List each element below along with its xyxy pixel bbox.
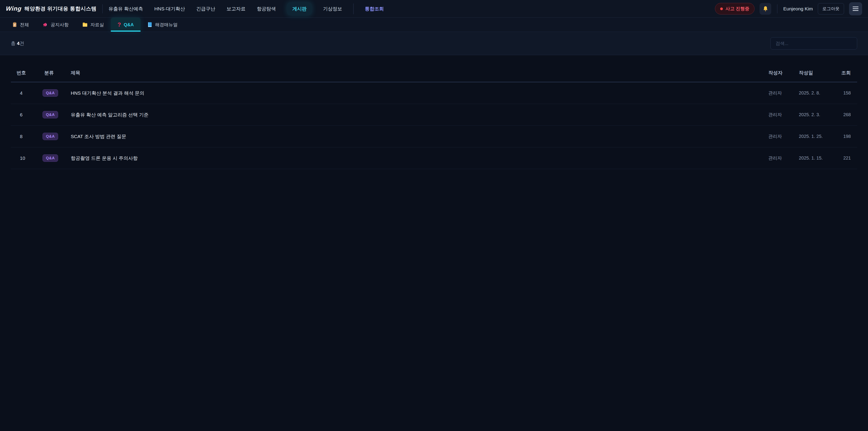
column-header-category: 분류 xyxy=(42,63,71,82)
column-header-author: 작성자 xyxy=(768,63,799,82)
tab-resources-label: 자료실 xyxy=(90,22,104,28)
tab-qna-active[interactable]: ? Q&A xyxy=(111,18,141,32)
tab-notices-label: 공지사항 xyxy=(51,22,69,28)
hamburger-menu-icon xyxy=(852,6,859,7)
table-row[interactable]: 6 Q&A 유출유 확산 예측 알고리즘 선택 기준 관리자 2025. 2. … xyxy=(11,104,857,126)
tab-manual[interactable]: 해경매뉴얼 xyxy=(141,18,184,32)
nav-item-hns[interactable]: HNS·대기확산 xyxy=(154,6,185,12)
tab-manual-label: 해경매뉴얼 xyxy=(155,22,178,28)
tab-qna-label: Q&A xyxy=(124,22,133,27)
question-mark-icon: ? xyxy=(118,22,121,28)
category-badge: Q&A xyxy=(42,111,58,118)
divider xyxy=(102,4,103,13)
logout-button[interactable]: 로그아웃 xyxy=(818,3,844,14)
incident-dot-icon xyxy=(720,7,723,10)
tab-all-label: 전체 xyxy=(20,22,29,28)
nav-item-aerial-search[interactable]: 항공탐색 xyxy=(257,6,276,12)
column-header-no: 번호 xyxy=(11,63,42,82)
post-title-link[interactable]: SCAT 조사 방법 관련 질문 xyxy=(71,126,768,147)
post-title-link[interactable]: HNS 대기확산 분석 결과 해석 문의 xyxy=(71,82,768,104)
list-toolbar: 총 4건 xyxy=(0,32,868,55)
clipboard-icon xyxy=(12,22,17,27)
category-badge: Q&A xyxy=(42,133,58,140)
nav-item-reports[interactable]: 보고자료 xyxy=(226,6,246,12)
table-row[interactable]: 4 Q&A HNS 대기확산 분석 결과 해석 문의 관리자 2025. 2. … xyxy=(11,82,857,104)
topbar-right-cluster: 사고 진행중 Eunjeong Kim 로그아웃 xyxy=(715,2,862,16)
tab-notices[interactable]: 공지사항 xyxy=(36,18,75,32)
main-nav: 유출유 확산예측 HNS·대기확산 긴급구난 보고자료 항공탐색 게시판 기상정… xyxy=(108,2,384,15)
column-header-views: 조회 xyxy=(835,63,857,82)
nav-item-weather[interactable]: 기상정보 xyxy=(323,6,342,12)
nav-item-rescue[interactable]: 긴급구난 xyxy=(196,6,215,12)
table-header-row: 번호 분류 제목 작성자 작성일 조회 xyxy=(11,63,857,82)
nav-item-integrated-search[interactable]: 통합조회 xyxy=(365,6,384,12)
divider xyxy=(777,4,777,13)
logo-mark: Wing xyxy=(5,5,22,12)
search-input[interactable] xyxy=(770,37,857,50)
column-header-title: 제목 xyxy=(71,63,768,82)
hamburger-menu-button[interactable] xyxy=(849,2,862,16)
nav-item-oil-spill[interactable]: 유출유 확산예측 xyxy=(108,6,143,12)
incident-status-badge[interactable]: 사고 진행중 xyxy=(715,3,755,14)
user-name: Eunjeong Kim xyxy=(783,6,813,11)
board-tab-bar: 전체 공지사항 자료실 ? Q&A xyxy=(0,18,868,32)
table-row[interactable]: 8 Q&A SCAT 조사 방법 관련 질문 관리자 2025. 1. 25. … xyxy=(11,126,857,147)
blue-book-icon xyxy=(147,22,152,27)
category-badge: Q&A xyxy=(42,89,58,97)
folder-icon xyxy=(82,22,88,27)
post-title-link[interactable]: 유출유 확산 예측 알고리즘 선택 기준 xyxy=(71,104,768,126)
tab-all[interactable]: 전체 xyxy=(5,18,36,32)
notification-button[interactable] xyxy=(760,3,771,15)
board-content: 번호 분류 제목 작성자 작성일 조회 4 Q&A HNS 대기확산 분석 결과… xyxy=(0,55,868,169)
app-logo[interactable]: Wing 해양환경 위기대응 통합시스템 xyxy=(6,5,96,12)
post-title-link[interactable]: 항공촬영 드론 운용 시 주의사항 xyxy=(71,147,768,169)
bell-icon xyxy=(763,6,769,12)
tab-resources[interactable]: 자료실 xyxy=(75,18,111,32)
column-header-date: 작성일 xyxy=(799,63,835,82)
incident-badge-label: 사고 진행중 xyxy=(725,6,749,12)
total-count: 총 4건 xyxy=(11,40,24,47)
table-row[interactable]: 10 Q&A 항공촬영 드론 운용 시 주의사항 관리자 2025. 1. 15… xyxy=(11,147,857,169)
qna-table: 번호 분류 제목 작성자 작성일 조회 4 Q&A HNS 대기확산 분석 결과… xyxy=(11,63,857,169)
top-navigation-bar: Wing 해양환경 위기대응 통합시스템 유출유 확산예측 HNS·대기확산 긴… xyxy=(0,0,868,18)
total-count-number: 4 xyxy=(17,41,20,46)
app-title: 해양환경 위기대응 통합시스템 xyxy=(24,5,96,12)
category-badge: Q&A xyxy=(42,154,58,162)
nav-item-board-active[interactable]: 게시판 xyxy=(287,2,312,15)
megaphone-icon xyxy=(42,22,48,27)
